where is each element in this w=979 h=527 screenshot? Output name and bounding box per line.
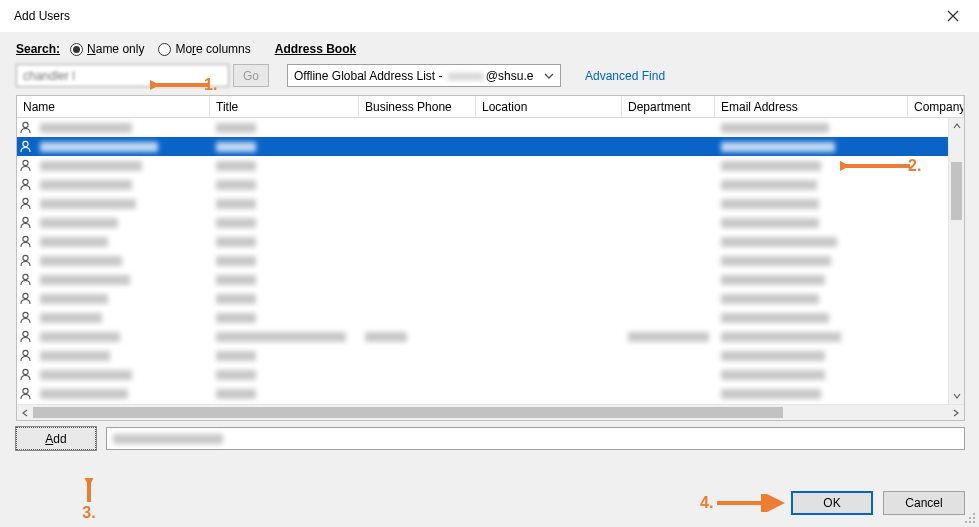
cell <box>622 327 715 346</box>
cell <box>210 251 359 270</box>
cell <box>476 213 622 232</box>
table-row[interactable] <box>17 365 948 384</box>
cell <box>715 232 908 251</box>
cell <box>715 270 908 289</box>
cell <box>210 289 359 308</box>
address-book-select[interactable]: Offline Global Address List - xxxxxx@shs… <box>287 64 561 87</box>
results-list: Name Title Business Phone Location Depar… <box>16 95 965 421</box>
radio-name-only[interactable]: Name only <box>70 42 144 56</box>
table-row[interactable] <box>17 346 948 365</box>
svg-point-12 <box>23 350 28 355</box>
table-row[interactable] <box>17 308 948 327</box>
horizontal-scrollbar[interactable] <box>17 404 964 420</box>
svg-point-14 <box>23 388 28 393</box>
table-row[interactable] <box>17 232 948 251</box>
scroll-up-icon[interactable] <box>949 118 964 134</box>
person-icon <box>17 368 34 381</box>
selected-users-field[interactable] <box>106 427 965 450</box>
svg-point-6 <box>23 236 28 241</box>
go-button[interactable]: Go <box>233 64 269 87</box>
annotation-2: 2. <box>840 157 921 175</box>
cancel-button[interactable]: Cancel <box>883 491 965 515</box>
person-icon <box>17 273 34 286</box>
svg-point-1 <box>23 141 28 146</box>
cell <box>715 289 908 308</box>
cell <box>622 194 715 213</box>
cell <box>476 289 622 308</box>
col-title[interactable]: Title <box>210 96 359 117</box>
table-row[interactable] <box>17 251 948 270</box>
table-row[interactable] <box>17 194 948 213</box>
col-loc[interactable]: Location <box>476 96 622 117</box>
cell <box>622 251 715 270</box>
scroll-left-icon[interactable] <box>17 405 33 421</box>
cell <box>622 270 715 289</box>
cell <box>715 365 908 384</box>
cell <box>622 118 715 137</box>
svg-point-3 <box>23 179 28 184</box>
add-button[interactable]: Add <box>16 427 96 450</box>
cell <box>34 118 210 137</box>
person-icon <box>17 216 34 229</box>
cell <box>476 346 622 365</box>
cell <box>34 213 210 232</box>
cell <box>622 308 715 327</box>
cell <box>359 232 476 251</box>
scroll-right-icon[interactable] <box>948 405 964 421</box>
advanced-find-link[interactable]: Advanced Find <box>585 69 665 83</box>
cell <box>622 384 715 403</box>
close-icon <box>947 10 959 22</box>
cell <box>622 137 715 156</box>
cell <box>359 194 476 213</box>
svg-rect-23 <box>969 521 971 523</box>
cell <box>476 308 622 327</box>
cell <box>476 137 622 156</box>
cell <box>359 365 476 384</box>
person-icon <box>17 159 34 172</box>
svg-rect-22 <box>965 521 967 523</box>
table-row[interactable] <box>17 175 948 194</box>
radio-more-columns[interactable]: More columns <box>158 42 250 56</box>
hscroll-thumb[interactable] <box>33 407 783 418</box>
table-row[interactable] <box>17 384 948 403</box>
cell <box>715 346 908 365</box>
cell <box>715 194 908 213</box>
cell <box>622 232 715 251</box>
address-book-label: Address Book <box>275 42 356 56</box>
cell <box>210 308 359 327</box>
scroll-down-icon[interactable] <box>949 388 964 404</box>
cell <box>715 308 908 327</box>
col-name[interactable]: Name <box>17 96 210 117</box>
cell <box>715 251 908 270</box>
col-company[interactable]: Company <box>908 96 964 117</box>
table-row[interactable] <box>17 213 948 232</box>
scroll-thumb[interactable] <box>951 162 962 220</box>
svg-rect-20 <box>969 517 971 519</box>
column-headers[interactable]: Name Title Business Phone Location Depar… <box>17 96 964 118</box>
table-row[interactable] <box>17 118 948 137</box>
svg-point-13 <box>23 369 28 374</box>
table-row[interactable] <box>17 137 948 156</box>
table-row[interactable] <box>17 289 948 308</box>
ok-button[interactable]: OK <box>791 491 873 515</box>
col-phone[interactable]: Business Phone <box>359 96 476 117</box>
vertical-scrollbar[interactable] <box>948 118 964 404</box>
resize-grip-icon[interactable] <box>963 511 977 525</box>
col-email[interactable]: Email Address <box>715 96 908 117</box>
col-dept[interactable]: Department <box>622 96 715 117</box>
cell <box>210 213 359 232</box>
svg-rect-24 <box>973 521 975 523</box>
cell <box>34 346 210 365</box>
table-row[interactable] <box>17 270 948 289</box>
svg-point-8 <box>23 274 28 279</box>
table-row[interactable] <box>17 327 948 346</box>
table-row[interactable] <box>17 156 948 175</box>
cell <box>359 384 476 403</box>
cell <box>715 327 908 346</box>
cell <box>359 118 476 137</box>
cell <box>210 327 359 346</box>
svg-rect-21 <box>973 517 975 519</box>
close-button[interactable] <box>939 2 967 30</box>
cell <box>476 118 622 137</box>
cell <box>622 213 715 232</box>
